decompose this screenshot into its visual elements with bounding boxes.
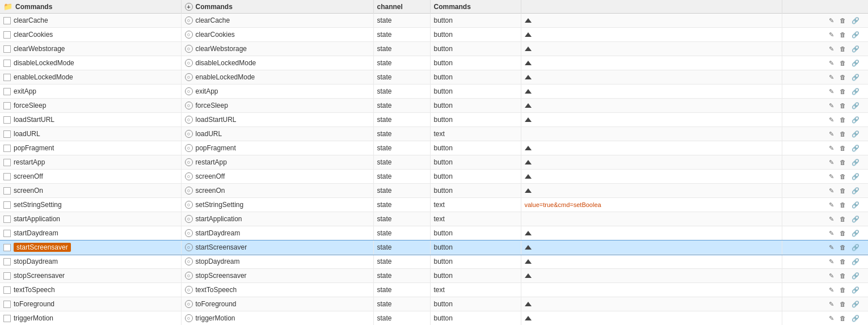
edit-button[interactable]: ✎: [827, 215, 836, 223]
row-checkbox[interactable]: [3, 286, 11, 294]
row-checkbox[interactable]: [3, 173, 11, 180]
row-name2-label: startDaydream: [196, 229, 241, 237]
edit-button[interactable]: ✎: [827, 201, 836, 209]
delete-button[interactable]: 🗑: [838, 300, 848, 308]
row-checkbox[interactable]: [3, 130, 11, 138]
edit-button[interactable]: ✎: [827, 187, 836, 195]
edit-button[interactable]: ✎: [827, 130, 836, 138]
row-checkbox[interactable]: [3, 216, 11, 223]
delete-button[interactable]: 🗑: [838, 201, 848, 209]
cell-type: button: [430, 28, 521, 42]
row-checkbox[interactable]: [3, 116, 11, 124]
delete-button[interactable]: 🗑: [838, 73, 848, 81]
row-checkbox[interactable]: [3, 145, 11, 152]
link-button[interactable]: 🔗: [850, 172, 861, 181]
link-button[interactable]: 🔗: [850, 87, 861, 96]
delete-button[interactable]: 🗑: [838, 187, 848, 195]
link-button[interactable]: 🔗: [850, 187, 861, 195]
delete-button[interactable]: 🗑: [838, 87, 848, 95]
send-up-icon: [525, 259, 532, 264]
row-checkbox[interactable]: [3, 31, 11, 39]
edit-button[interactable]: ✎: [827, 73, 836, 82]
delete-button[interactable]: 🗑: [838, 130, 848, 138]
link-button[interactable]: 🔗: [850, 158, 861, 167]
edit-button[interactable]: ✎: [827, 314, 836, 323]
link-button[interactable]: 🔗: [850, 286, 861, 294]
delete-button[interactable]: 🗑: [838, 229, 848, 237]
row-name1-label: enableLockedMode: [14, 73, 73, 81]
row-checkbox[interactable]: [3, 17, 11, 24]
table-row: startApplication○startApplicationstatete…: [0, 212, 868, 226]
edit-button[interactable]: ✎: [827, 272, 836, 280]
delete-button[interactable]: 🗑: [838, 116, 848, 124]
link-button[interactable]: 🔗: [850, 144, 861, 153]
delete-button[interactable]: 🗑: [838, 215, 848, 223]
link-button[interactable]: 🔗: [850, 272, 861, 280]
edit-button[interactable]: ✎: [827, 300, 836, 309]
main-table-container: 📁 Commands + Commands channel Commands c…: [0, 0, 868, 325]
edit-button[interactable]: ✎: [827, 144, 836, 153]
row-checkbox[interactable]: [3, 201, 11, 209]
delete-button[interactable]: 🗑: [838, 272, 848, 280]
row-checkbox[interactable]: [3, 315, 11, 322]
row-checkbox[interactable]: [3, 258, 11, 265]
edit-button[interactable]: ✎: [827, 172, 836, 181]
row-checkbox[interactable]: [3, 74, 11, 81]
row-checkbox[interactable]: [3, 272, 11, 280]
row-name2-label: clearCookies: [196, 31, 235, 39]
delete-button[interactable]: 🗑: [838, 158, 848, 166]
delete-button[interactable]: 🗑: [838, 286, 848, 294]
delete-button[interactable]: 🗑: [838, 31, 848, 39]
delete-button[interactable]: 🗑: [838, 102, 848, 109]
link-button[interactable]: 🔗: [850, 300, 861, 309]
edit-button[interactable]: ✎: [827, 286, 836, 294]
link-button[interactable]: 🔗: [850, 16, 861, 25]
cell-name2: ○popFragment: [181, 141, 373, 155]
delete-button[interactable]: 🗑: [838, 314, 848, 322]
row-checkbox[interactable]: [3, 187, 11, 195]
link-button[interactable]: 🔗: [850, 102, 861, 110]
edit-button[interactable]: ✎: [827, 31, 836, 39]
row-checkbox[interactable]: [3, 88, 11, 95]
row-checkbox[interactable]: [3, 159, 11, 166]
row-checkbox[interactable]: [3, 45, 11, 53]
link-button[interactable]: 🔗: [850, 73, 861, 82]
row-checkbox[interactable]: [3, 244, 11, 251]
cell-name2: ○screenOn: [181, 184, 373, 198]
delete-button[interactable]: 🗑: [838, 45, 848, 53]
edit-button[interactable]: ✎: [827, 87, 836, 96]
row-checkbox[interactable]: [3, 301, 11, 308]
edit-button[interactable]: ✎: [827, 158, 836, 167]
link-button[interactable]: 🔗: [850, 59, 861, 67]
row-checkbox[interactable]: [3, 230, 11, 237]
link-button[interactable]: 🔗: [850, 258, 861, 266]
edit-button[interactable]: ✎: [827, 116, 836, 124]
link-button[interactable]: 🔗: [850, 201, 861, 209]
delete-button[interactable]: 🗑: [838, 172, 848, 180]
cell-value: [521, 127, 782, 141]
edit-button[interactable]: ✎: [827, 258, 836, 266]
row-checkbox[interactable]: [3, 102, 11, 109]
link-button[interactable]: 🔗: [850, 31, 861, 39]
link-button[interactable]: 🔗: [850, 130, 861, 138]
link-button[interactable]: 🔗: [850, 116, 861, 124]
edit-button[interactable]: ✎: [827, 229, 836, 238]
link-button[interactable]: 🔗: [850, 229, 861, 238]
edit-button[interactable]: ✎: [827, 102, 836, 110]
delete-button[interactable]: 🗑: [838, 243, 848, 251]
edit-button[interactable]: ✎: [827, 45, 836, 53]
link-button[interactable]: 🔗: [850, 215, 861, 223]
link-button[interactable]: 🔗: [850, 45, 861, 53]
edit-button[interactable]: ✎: [827, 59, 836, 67]
edit-button[interactable]: ✎: [827, 16, 836, 25]
row-checkbox[interactable]: [3, 60, 11, 67]
delete-button[interactable]: 🗑: [838, 59, 848, 67]
delete-button[interactable]: 🗑: [838, 16, 848, 24]
delete-button[interactable]: 🗑: [838, 258, 848, 265]
link-button[interactable]: 🔗: [850, 243, 861, 252]
edit-button[interactable]: ✎: [827, 243, 836, 252]
row-name2-label: triggerMotion: [196, 314, 235, 322]
col-header-value: [521, 0, 782, 14]
link-button[interactable]: 🔗: [850, 314, 861, 323]
delete-button[interactable]: 🗑: [838, 144, 848, 152]
